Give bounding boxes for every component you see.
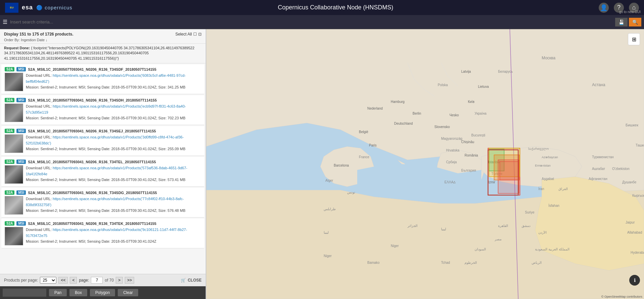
product-name: S2A_MSIL1C_20180507T093041_N0206_R136_T3…: [28, 67, 201, 71]
svg-text:Berlin: Berlin: [413, 112, 421, 115]
order-by[interactable]: Order By: Ingestion Date ↓: [4, 38, 202, 42]
download-url[interactable]: https://sentinels.space.noa.gr/dhus/odat…: [26, 197, 184, 207]
search-input[interactable]: [10, 19, 614, 24]
svg-text:O'zbekiston: O'zbekiston: [612, 167, 630, 171]
per-page-select[interactable]: 25 50 100: [40, 277, 56, 284]
tag-msi: MSI: [16, 129, 26, 133]
svg-text:ليبيا: ليبيا: [441, 227, 446, 231]
product-meta: Download URL: https://sentinels.space.no…: [26, 104, 201, 121]
go-new-gui-link[interactable]: go to new GUI: [619, 10, 641, 14]
left-panel: Display 151 to 175 of 1726 products. Sel…: [0, 29, 206, 299]
download-url[interactable]: https://sentinels.space.noa.gr/dhus/odat…: [26, 73, 186, 83]
svg-text:İsfahan: İsfahan: [548, 203, 559, 207]
svg-text:France: France: [359, 155, 370, 159]
cart-area: 🛒 CLOSE: [181, 278, 202, 283]
product-name: S2A_MSIL1C_20180507T093041_N0206_R136_T3…: [28, 191, 201, 195]
svg-text:Душанбе: Душанбе: [622, 180, 637, 184]
pan-button[interactable]: Pan: [49, 289, 67, 296]
clear-button[interactable]: Clear: [118, 289, 138, 296]
page-label: page:: [79, 278, 89, 283]
svg-text:Астана: Астана: [592, 82, 605, 87]
prev-page-button[interactable]: <: [70, 277, 77, 284]
request-done-label: Request Done:: [4, 46, 30, 50]
svg-text:საქართველო: საქართველო: [528, 147, 549, 151]
tag-s2a: S2A: [5, 190, 14, 195]
svg-text:Москва: Москва: [542, 56, 555, 60]
svg-text:Чesko: Чesko: [449, 113, 459, 117]
svg-text:Deutschland: Deutschland: [394, 122, 413, 125]
per-page-label: Products per page:: [4, 278, 38, 283]
layer-toggle-button[interactable]: ⊞: [628, 33, 640, 45]
osm-attribution: © OpenStreetMap contributors: [601, 295, 642, 298]
request-done: Request Done: { footprint:"Intersects(PO…: [0, 44, 206, 63]
download-url[interactable]: https://sentinels.space.noa.gr/dhus/odat…: [26, 135, 184, 145]
download-url[interactable]: https://sentinels.space.noa.gr/dhus/odat…: [26, 104, 186, 114]
svg-text:Ermənistan: Ermənistan: [535, 164, 551, 167]
svg-text:دمشق: دمشق: [522, 224, 530, 228]
svg-text:Magyarország: Magyarország: [441, 137, 462, 140]
svg-text:Lietuva: Lietuva: [478, 85, 489, 88]
user-icon-button[interactable]: 👤: [599, 3, 609, 13]
close-button[interactable]: CLOSE: [188, 278, 202, 283]
product-meta: Download URL: https://sentinels.space.no…: [26, 134, 201, 152]
svg-text:Jaipur: Jaipur: [626, 221, 635, 224]
page-title: Copernicus Collaborative Node (HNSDMS): [72, 4, 599, 11]
svg-text:Bamako: Bamako: [367, 261, 380, 264]
svg-text:طرابلس: طرابلس: [324, 207, 336, 211]
map-search-input[interactable]: [3, 289, 46, 297]
first-page-button[interactable]: <<: [58, 277, 68, 284]
pagination-footer: Products per page: 25 50 100 << < page: …: [0, 274, 206, 286]
product-meta: Download URL: https://sentinels.space.no…: [26, 196, 201, 214]
cart-icon: 🛒: [181, 278, 186, 283]
hamburger-menu-button[interactable]: ☰: [3, 19, 7, 25]
svg-text:Izmir: Izmir: [488, 180, 495, 184]
svg-text:Hamburg: Hamburg: [391, 100, 405, 104]
list-item: S2A MSI S2A_MSIL1C_20180507T093041_N0206…: [1, 188, 204, 218]
product-name: S2A_MSIL1C_20180507T093041_N0206_R136_T3…: [28, 129, 201, 133]
info-icon: ℹ: [634, 278, 636, 283]
polygon-button[interactable]: Polygon: [90, 289, 115, 296]
search-go-button[interactable]: 🔍: [629, 18, 641, 26]
svg-text:Paris: Paris: [369, 143, 377, 147]
main-area: Display 151 to 175 of 1726 products. Sel…: [0, 29, 644, 299]
svg-text:Aşgabat: Aşgabat: [542, 177, 554, 181]
box-button[interactable]: Box: [69, 289, 87, 296]
tag-msi: MSI: [16, 190, 26, 195]
product-thumbnail: [5, 134, 23, 153]
request-query: { footprint:"Intersects(POLYGON((20.1631…: [4, 46, 195, 60]
last-page-button[interactable]: >>: [125, 277, 134, 284]
svg-text:تونس: تونس: [347, 190, 355, 194]
svg-text:القاهرة: القاهرة: [498, 224, 508, 228]
save-search-button[interactable]: 💾: [615, 18, 628, 26]
svg-text:Allahabad: Allahabad: [627, 231, 642, 234]
expand-icon: ⊡: [198, 32, 202, 37]
of-pages: of 70: [105, 278, 114, 283]
tag-s2a: S2A: [5, 98, 14, 102]
copernicus-logo: 🔵 copernicus: [36, 5, 72, 11]
svg-text:الجزائر: الجزائر: [407, 224, 418, 228]
eu-logo: EU: [5, 3, 18, 13]
download-url[interactable]: https://sentinels.space.noa.gr/dhus/odat…: [26, 166, 187, 176]
layer-icon: ⊞: [632, 36, 636, 43]
svg-text:Ашгабат: Ашгабат: [592, 167, 605, 171]
map-info-button[interactable]: ℹ: [629, 275, 640, 286]
product-meta: Download URL: https://sentinels.space.no…: [26, 73, 201, 91]
product-thumbnail: [5, 73, 23, 91]
header: EU esa 🔵 copernicus Copernicus Collabora…: [0, 0, 644, 15]
svg-text:Hyderabad: Hyderabad: [631, 251, 644, 254]
svg-text:مصر: مصر: [494, 237, 501, 241]
list-item: S2A MSI S2A_MSIL1C_20180507T093041_N0206…: [1, 219, 204, 248]
svg-text:العراق: العراق: [558, 187, 568, 191]
svg-rect-73: [498, 160, 519, 193]
svg-text:Київ: Київ: [468, 100, 475, 104]
next-page-button[interactable]: >: [116, 277, 123, 284]
map-area[interactable]: Hamburg Berlin Deutschland Nederland Bel…: [206, 29, 644, 299]
svg-text:Tchad: Tchad: [441, 261, 450, 264]
select-all-button[interactable]: Select All ☐ ⊡: [175, 32, 202, 37]
svg-text:Україна: Україна: [475, 112, 487, 115]
svg-text:Latvija: Latvija: [461, 70, 471, 73]
svg-text:Беларусь: Беларусь: [498, 70, 513, 73]
page-input[interactable]: [91, 277, 103, 284]
svg-text:Barcelona: Barcelona: [334, 164, 349, 167]
download-url[interactable]: https://sentinels.space.noa.gr/dhus/odat…: [26, 228, 187, 238]
